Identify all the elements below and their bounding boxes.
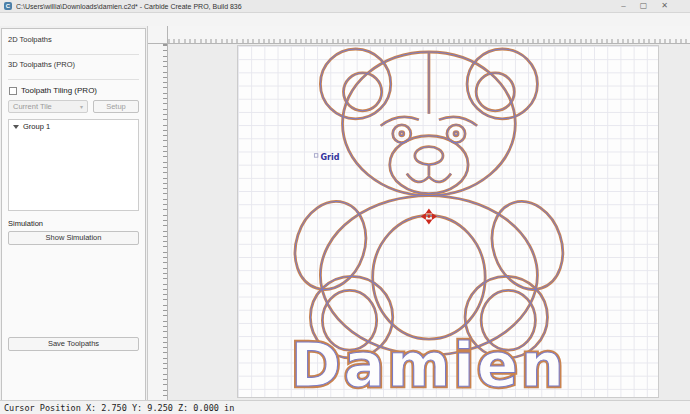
- ruler-corner: [148, 26, 168, 44]
- status-bar: Cursor Position X: 2.750 Y: 9.250 Z: 0.0…: [0, 400, 690, 414]
- menu-bar: [0, 13, 690, 26]
- current-tile-value: Current Tile: [13, 102, 52, 111]
- 3d-toolpaths-grid: [8, 71, 139, 76]
- 2d-toolpaths-grid: [8, 46, 139, 51]
- maximize-icon[interactable]: ▢: [640, 1, 648, 11]
- ruler-vertical: [148, 44, 168, 400]
- setup-button[interactable]: Setup: [93, 100, 139, 113]
- grid-label-text: Grid: [320, 153, 339, 162]
- toolpath-drawing: Damien Damien Grid: [238, 46, 658, 397]
- canvas-area[interactable]: Damien Damien Grid: [148, 26, 690, 400]
- divider: [8, 54, 139, 55]
- cursor-position-text: Cursor Position X: 2.750 Y: 9.250 Z: 0.0…: [4, 403, 234, 413]
- toolpath-tiling-label: Toolpath Tiling (PRO): [21, 86, 97, 95]
- divider: [8, 79, 139, 80]
- window-title: C:\Users\willia\Downloads\damien.c2d* - …: [16, 3, 242, 10]
- ruler-ticks: [148, 39, 690, 43]
- design-name-text-inner: Damien: [291, 330, 567, 397]
- 2d-toolpaths-title: 2D Toolpaths: [8, 35, 139, 44]
- group-label: Group 1: [23, 122, 50, 131]
- app-window: C C:\Users\willia\Downloads\damien.c2d* …: [0, 0, 690, 414]
- toolpath-tiling-row: Toolpath Tiling (PRO): [8, 83, 139, 98]
- ruler-ticks: [163, 44, 167, 400]
- current-tile-select[interactable]: Current Tile ▾: [8, 100, 88, 113]
- save-toolpaths-button[interactable]: Save Toolpaths: [8, 337, 139, 351]
- save-area: Save Toolpaths: [8, 337, 139, 396]
- 3d-toolpaths-title: 3D Toolpaths (PRO): [8, 60, 139, 69]
- app-icon: C: [4, 2, 12, 10]
- grid-layer-label[interactable]: Grid: [314, 153, 339, 162]
- title-bar: C C:\Users\willia\Downloads\damien.c2d* …: [0, 0, 690, 13]
- window-controls: – ▢ ✕: [621, 1, 686, 11]
- group-header[interactable]: Group 1: [9, 120, 138, 133]
- toolpaths-panel: 2D Toolpaths 3D Toolpaths (PRO) Toolpath…: [0, 26, 148, 400]
- chevron-down-icon: ▾: [80, 103, 83, 110]
- rotation-handle-icon[interactable]: [421, 209, 437, 225]
- collapse-caret-icon[interactable]: [13, 125, 19, 129]
- toolpaths-panel-body: 2D Toolpaths 3D Toolpaths (PRO) Toolpath…: [1, 28, 146, 400]
- stock-canvas[interactable]: Damien Damien Grid: [237, 45, 659, 398]
- current-tile-row: Current Tile ▾ Setup: [8, 98, 139, 117]
- close-icon[interactable]: ✕: [661, 1, 668, 11]
- minimize-icon[interactable]: –: [621, 1, 625, 11]
- ruler-horizontal: [148, 26, 690, 44]
- toolpath-group-list: Group 1: [8, 119, 139, 211]
- simulation-label: Simulation: [8, 219, 139, 228]
- show-simulation-button[interactable]: Show Simulation: [8, 231, 139, 245]
- toolpath-tiling-checkbox[interactable]: [9, 87, 17, 95]
